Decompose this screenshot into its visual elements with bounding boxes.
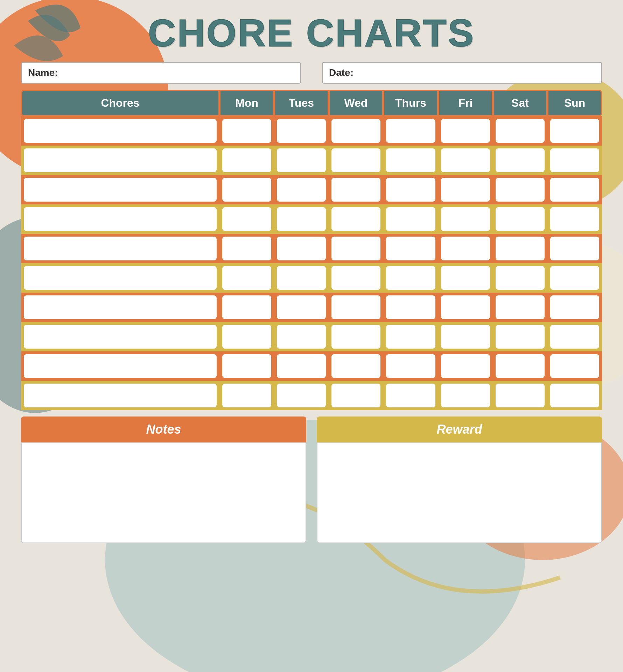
date-field: Date: (322, 62, 602, 84)
day-cell (438, 322, 493, 351)
day-cell (219, 351, 274, 381)
day-cell (219, 263, 274, 293)
header-fri: Fri (438, 90, 493, 116)
day-cell (329, 263, 383, 293)
chore-cell (21, 175, 219, 204)
day-cell (493, 322, 547, 351)
day-cell (383, 351, 438, 381)
reward-input[interactable] (321, 447, 598, 538)
chore-input[interactable] (24, 266, 217, 281)
day-cell (274, 351, 329, 381)
day-cell (547, 204, 602, 234)
day-cell (274, 116, 329, 146)
day-cell (438, 263, 493, 293)
day-cell (547, 175, 602, 204)
day-cell (329, 116, 383, 146)
day-cell (274, 146, 329, 175)
day-cell (493, 263, 547, 293)
chore-table: Chores Mon Tues Wed Thurs Fri Sat Sun (21, 90, 602, 410)
day-cell (274, 322, 329, 351)
day-cell (219, 234, 274, 263)
day-cell (274, 381, 329, 410)
day-cell (274, 234, 329, 263)
day-cell (547, 293, 602, 322)
day-cell (438, 351, 493, 381)
chore-cell (21, 146, 219, 175)
reward-header: Reward (317, 416, 602, 442)
day-cell (438, 204, 493, 234)
table-row (21, 175, 602, 204)
day-cell (329, 293, 383, 322)
day-cell (438, 381, 493, 410)
day-cell (383, 116, 438, 146)
date-label: Date: (329, 67, 354, 78)
day-cell (438, 293, 493, 322)
table-row (21, 263, 602, 293)
header-chores: Chores (21, 90, 219, 116)
day-cell (438, 116, 493, 146)
notes-section: Notes (21, 416, 306, 543)
chore-input[interactable] (24, 178, 217, 192)
chore-input[interactable] (24, 237, 217, 251)
day-cell (547, 322, 602, 351)
day-cell (274, 175, 329, 204)
page-title: CHORE CHARTS (21, 10, 602, 55)
day-cell (383, 293, 438, 322)
chore-input[interactable] (24, 148, 217, 163)
table-row (21, 204, 602, 234)
day-cell (493, 116, 547, 146)
day-cell (547, 381, 602, 410)
day-cell (547, 116, 602, 146)
day-cell (383, 322, 438, 351)
bottom-section: Notes Reward (21, 416, 602, 543)
day-cell (329, 351, 383, 381)
day-cell (493, 234, 547, 263)
chore-cell (21, 322, 219, 351)
day-cell (383, 204, 438, 234)
header-wed: Wed (329, 90, 383, 116)
name-input[interactable] (62, 68, 294, 78)
table-row (21, 351, 602, 381)
chore-cell (21, 204, 219, 234)
date-input[interactable] (357, 68, 595, 78)
table-row (21, 381, 602, 410)
day-cell (547, 263, 602, 293)
day-cell (493, 351, 547, 381)
day-cell (493, 293, 547, 322)
header-tues: Tues (274, 90, 329, 116)
header-sat: Sat (493, 90, 547, 116)
day-cell (219, 175, 274, 204)
notes-input[interactable] (25, 447, 302, 538)
chore-input[interactable] (24, 119, 217, 134)
day-cell (219, 146, 274, 175)
day-cell (383, 234, 438, 263)
day-cell (329, 146, 383, 175)
chore-input[interactable] (24, 325, 217, 340)
day-cell (329, 204, 383, 234)
reward-section: Reward (317, 416, 602, 543)
day-cell (547, 234, 602, 263)
day-cell (493, 204, 547, 234)
table-row (21, 234, 602, 263)
day-cell (438, 175, 493, 204)
day-cell (329, 234, 383, 263)
chore-input[interactable] (24, 384, 217, 398)
chore-input[interactable] (24, 295, 217, 310)
reward-body (317, 442, 602, 543)
day-cell (493, 146, 547, 175)
chore-cell (21, 293, 219, 322)
chore-cell (21, 234, 219, 263)
header-mon: Mon (219, 90, 274, 116)
day-cell (219, 381, 274, 410)
day-cell (547, 351, 602, 381)
day-cell (383, 175, 438, 204)
day-cell (493, 381, 547, 410)
chore-input[interactable] (24, 354, 217, 369)
day-cell (329, 381, 383, 410)
day-cell (329, 322, 383, 351)
chore-cell (21, 351, 219, 381)
day-cell (274, 204, 329, 234)
chore-input[interactable] (24, 207, 217, 222)
day-cell (438, 234, 493, 263)
day-cell (219, 322, 274, 351)
